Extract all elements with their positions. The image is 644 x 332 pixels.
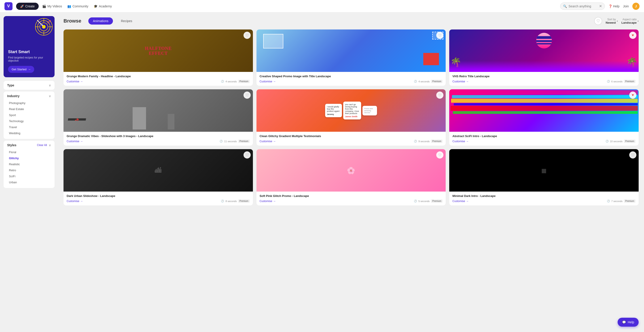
card-title-8: Soft Pink Glitch Promo - Landscape [260, 194, 443, 198]
card-body-1: Grunge Modern Family - Headline - Landsc… [64, 72, 253, 86]
table-row[interactable]: 🌸 ♡ Soft Pink Glitch Promo - Landscape C… [256, 149, 446, 205]
filter-item-urban[interactable]: Urban [7, 179, 51, 185]
filter-item-floral[interactable]: Floral [7, 149, 51, 155]
arrow-right-icon: → [273, 200, 276, 203]
clock-icon-2: 🕐 [414, 80, 417, 83]
aspect-value: Landscape [622, 21, 636, 24]
card-heart-6[interactable]: ♥ [629, 92, 636, 99]
filter-item-scifi[interactable]: SciFi [7, 173, 51, 179]
premium-badge-2: Premium [431, 80, 442, 83]
card-body-7: Dark Urban Slideshow - Landscape Customi… [64, 191, 253, 205]
industry-filter: Industry ∨ Photography Real Estate Sport… [4, 92, 54, 139]
industry-filter-header[interactable]: Industry ∨ [7, 94, 51, 98]
card-heart-7[interactable]: ♡ [244, 151, 251, 159]
card-heart-4[interactable]: ♡ [244, 92, 251, 99]
filter-item-real-estate[interactable]: Real Estate [7, 106, 51, 112]
card-heart-9[interactable]: ♡ [629, 151, 636, 159]
card-footer-6: Customise → 🕐 10 seconds Premium [452, 140, 636, 143]
premium-badge-7: Premium [238, 199, 250, 203]
card-meta-3: 🕐 6 seconds Premium [607, 80, 636, 83]
customise-link-4[interactable]: Customise → [67, 140, 83, 143]
card-footer-8: Customise → 🕐 5 seconds Premium [260, 199, 443, 203]
customise-link-1[interactable]: Customise → [67, 80, 83, 83]
academy-icon: 🎓 [94, 4, 98, 8]
table-row[interactable]: I would gladly buy this product again! J… [256, 89, 446, 146]
card-title-5: Clean Glitchy Gradient Multiple Testimon… [260, 134, 443, 138]
card-thumbnail-1: HALFTONEEFFECT ♡ [64, 29, 253, 72]
customise-link-5[interactable]: Customise → [260, 140, 276, 143]
card-body-9: Minimal Dark Intro - Landscape Customise… [449, 191, 639, 205]
get-started-button[interactable]: Get Started → [8, 66, 34, 73]
card-footer-1: Customise → 🕐 4 seconds Premium [67, 80, 250, 83]
card-title-6: Abstract SciFi Intro - Landscape [452, 134, 636, 138]
card-body-8: Soft Pink Glitch Promo - Landscape Custo… [256, 191, 446, 205]
customise-link-8[interactable]: Customise → [260, 200, 276, 203]
premium-badge-6: Premium [624, 140, 636, 143]
community-icon: 👥 [67, 4, 71, 8]
card-thumbnail-8: 🌸 ♡ [256, 149, 446, 191]
favourites-button[interactable]: ♡ [594, 17, 602, 25]
card-thumbnail-4: ➔ ♡ [64, 89, 253, 132]
type-filter-header[interactable]: Type ∨ [7, 84, 51, 87]
card-title-9: Minimal Dark Intro - Landscape [452, 194, 636, 198]
arrow-right-icon: → [80, 200, 83, 203]
clock-icon-8: 🕐 [414, 200, 417, 202]
table-row[interactable]: ♥ Abstract SciFi Intro - Landscape Custo… [449, 89, 639, 146]
customise-link-3[interactable]: Customise → [452, 80, 469, 83]
main-content: Browse Animations Recipes ♡ Sort by Newe… [58, 12, 644, 332]
customise-link-7[interactable]: Customise → [67, 200, 83, 203]
customise-link-9[interactable]: Customise → [452, 200, 469, 203]
filter-item-travel[interactable]: Travel [7, 124, 51, 130]
table-row[interactable]: ◼ ♡ Minimal Dark Intro - Landscape Custo… [449, 149, 639, 205]
sort-chevron-icon: ▾ [617, 20, 618, 22]
table-row[interactable]: 🏙 ♡ Dark Urban Slideshow - Landscape Cus… [64, 149, 253, 205]
search-icon: 🔍 [563, 4, 567, 8]
table-row[interactable]: ➔ ♡ Grunge Dramatic Vibes - Slideshow wi… [64, 89, 253, 146]
clear-all-button[interactable]: Clear All [37, 144, 47, 147]
card-footer-2: Customise → 🕐 4 seconds Premium [260, 80, 443, 83]
browse-header: Browse Animations Recipes ♡ Sort by Newe… [64, 17, 639, 25]
filter-item-technology[interactable]: Technology [7, 118, 51, 124]
help-button[interactable]: ❓ Help [608, 4, 620, 8]
nav-community[interactable]: 👥 Community [67, 4, 88, 8]
styles-filter-header[interactable]: Styles Clear All ∨ [7, 143, 51, 147]
premium-badge-3: Premium [624, 80, 636, 83]
tab-recipes[interactable]: Recipes [116, 17, 137, 24]
card-footer-3: Customise → 🕐 6 seconds Premium [452, 80, 636, 83]
close-icon[interactable]: ✕ [599, 4, 602, 8]
arrow-right-icon: → [466, 200, 469, 203]
avatar[interactable]: J [632, 3, 640, 10]
customise-link-2[interactable]: Customise → [260, 80, 276, 83]
industry-filter-title: Industry [7, 94, 20, 98]
card-footer-5: Customise → 🕐 9 seconds Premium [260, 140, 443, 143]
card-title-4: Grunge Dramatic Vibes - Slideshow with 3… [67, 134, 250, 138]
filter-item-realistic[interactable]: Realistic [7, 161, 51, 167]
card-heart-3[interactable]: ♥ [629, 32, 636, 39]
table-row[interactable]: HALFTONEEFFECT ♡ Grunge Modern Family - … [64, 29, 253, 86]
filter-item-retro[interactable]: Retro [7, 167, 51, 173]
browse-left: Browse Animations Recipes [64, 17, 137, 24]
join-button[interactable]: Join [623, 4, 629, 8]
card-body-2: Creative Shaped Promo Image with Title L… [256, 72, 446, 86]
customise-link-6[interactable]: Customise → [452, 140, 469, 143]
filter-item-photography[interactable]: Photography [7, 100, 51, 106]
filter-item-sport[interactable]: Sport [7, 112, 51, 118]
nav-academy[interactable]: 🎓 Academy [94, 4, 112, 8]
tab-animations[interactable]: Animations [88, 17, 113, 24]
filter-item-wedding[interactable]: Wedding [7, 130, 51, 136]
help-chat-button[interactable]: 💬 Help [618, 318, 639, 327]
nav-my-videos[interactable]: 🎬 My Videos [42, 4, 62, 8]
search-input[interactable] [569, 4, 597, 8]
logo[interactable]: V [4, 2, 12, 10]
video-icon: 🎬 [42, 4, 46, 8]
aspect-ratio-button[interactable]: Aspect ratio Landscape ▾ [622, 18, 639, 24]
table-row[interactable]: ♡ Creative Shaped Promo Image with Title… [256, 29, 446, 86]
arrow-right-icon: → [80, 80, 83, 83]
filter-item-glitchy[interactable]: Glitchy [7, 155, 51, 161]
create-button[interactable]: 🚀 Create [16, 3, 39, 10]
sort-button[interactable]: Sort by Newest ▾ [606, 18, 618, 24]
styles-filter: Styles Clear All ∨ Floral Glitchy Realis… [4, 141, 54, 188]
table-row[interactable]: 🌴 🌴 ♥ VHS Retro Title Landscape Customis… [449, 29, 639, 86]
card-heart-1[interactable]: ♡ [244, 32, 251, 39]
arrow-right-icon: → [273, 140, 276, 143]
